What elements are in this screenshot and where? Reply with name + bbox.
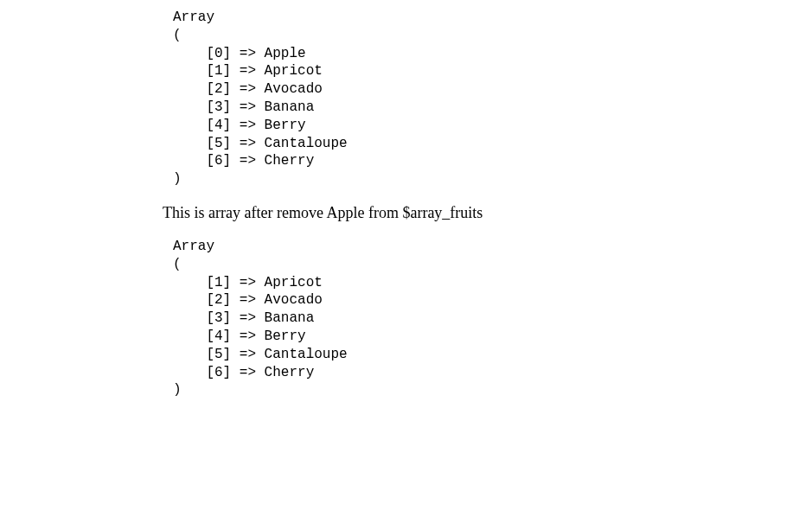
- array-entry: [6] => Cherry: [173, 153, 314, 169]
- array-entry: [0] => Apple: [173, 46, 306, 61]
- array-output-before: Array ( [0] => Apple [1] => Apricot [2] …: [173, 9, 812, 188]
- array-header: Array: [173, 10, 214, 25]
- array-output-after: Array ( [1] => Apricot [2] => Avocado [3…: [173, 238, 812, 399]
- array-entry: [2] => Avocado: [173, 292, 323, 308]
- array-entry: [4] => Berry: [173, 118, 306, 133]
- array-entry: [5] => Cantaloupe: [173, 136, 348, 151]
- array-entry: [6] => Cherry: [173, 365, 314, 380]
- description-text: This is array after remove Apple from $a…: [163, 204, 812, 222]
- array-entry: [3] => Banana: [173, 310, 314, 326]
- array-entry: [5] => Cantaloupe: [173, 347, 348, 362]
- document-content: Array ( [0] => Apple [1] => Apricot [2] …: [0, 0, 812, 399]
- array-entry: [3] => Banana: [173, 99, 314, 115]
- array-entry: [1] => Apricot: [173, 275, 323, 290]
- array-entry: [1] => Apricot: [173, 63, 323, 79]
- array-open-paren: (: [173, 28, 182, 43]
- array-entry: [2] => Avocado: [173, 81, 323, 97]
- array-close-paren: ): [173, 382, 182, 398]
- array-close-paren: ): [173, 171, 182, 187]
- array-header: Array: [173, 239, 214, 254]
- array-open-paren: (: [173, 257, 182, 272]
- array-entry: [4] => Berry: [173, 328, 306, 344]
